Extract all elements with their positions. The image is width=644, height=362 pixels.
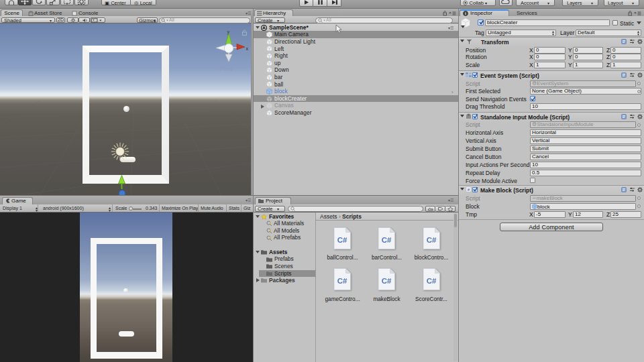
svg-text:i: i [465,11,466,15]
svg-text:C#: C# [337,236,347,244]
svg-text:C#: C# [382,277,392,285]
svg-text:C#: C# [426,277,436,285]
svg-text:C#: C# [337,277,347,285]
svg-text:y: y [227,29,230,35]
svg-text:C#: C# [382,236,392,244]
svg-text:x: x [246,46,249,51]
svg-text:C#: C# [426,236,436,244]
